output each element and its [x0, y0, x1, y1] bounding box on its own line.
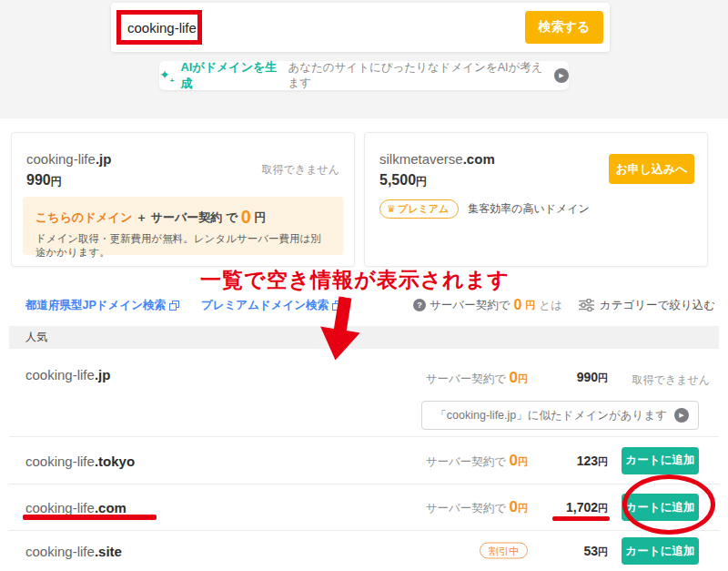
table-row-cooking-life-jp: cooking-life.jp サーバー契約で 0円 990円 取得できません … — [9, 349, 719, 437]
search-section: cooking-life 検索する ✦+ AIがドメインを生成 あなたのサイトに… — [0, 0, 728, 118]
secondary-toolbar: 都道府県型JPドメイン検索 プレミアムドメイン検索 ? サーバー契約で 0円 と… — [0, 297, 728, 313]
table-row-cooking-life-com: cooking-life.com サーバー契約で 0円 1,702円 カートに追… — [9, 484, 719, 531]
add-to-cart-button[interactable]: カートに追加 — [622, 447, 699, 474]
help-icon: ? — [413, 299, 426, 311]
domain-search-bar: cooking-life 検索する — [111, 3, 610, 52]
result-cards: cooking-life.jp 990円 取得できません こちらのドメイン ＋ … — [0, 118, 728, 267]
promo-note: ドメイン取得・更新費用が無料。レンタルサーバー費用は別途かかります。 — [35, 232, 330, 260]
card-silkmetaverse-com: silkmetaverse.com 5,500円 お申し込みへ ♛プレミアム 集… — [364, 132, 708, 267]
premium-row: ♛プレミアム 集客効率の高いドメイン — [379, 199, 590, 219]
ai-banner-title: AIがドメインを生成 — [180, 59, 281, 92]
external-link-icon — [169, 301, 179, 311]
row-server-contract-price: サーバー契約で 0円 — [426, 452, 528, 470]
server-promo-box: こちらのドメイン ＋ サーバー契約 で 0 円 ドメイン取得・更新費用が無料。レ… — [23, 197, 343, 255]
row-domain: cooking-life.tokyo — [25, 453, 135, 468]
row-price: 990円 — [577, 370, 608, 385]
search-input[interactable]: cooking-life — [127, 20, 197, 36]
page: cooking-life 検索する ✦+ AIがドメインを生成 あなたのサイトに… — [0, 0, 728, 571]
row-price: 123円 — [577, 453, 608, 468]
promo-headline: こちらのドメイン ＋ サーバー契約 で 0 円 — [35, 207, 330, 228]
row-domain: cooking-life.site — [25, 544, 122, 559]
sparkle-icon: ✦+ — [159, 67, 174, 85]
row-server-contract-price: サーバー契約で 0円 — [426, 498, 528, 516]
external-link-icon — [332, 301, 342, 311]
row-domain: cooking-life.com — [25, 500, 126, 515]
annotation-callout-text: 一覧で空き情報が表示されます — [159, 266, 551, 294]
crown-icon: ♛ — [387, 203, 396, 215]
row-availability-status: 取得できません — [632, 372, 710, 388]
similar-domains-button[interactable]: 「cooking-life.jp」に似たドメインがあります ▶ — [421, 401, 699, 430]
table-row-cooking-life-site: cooking-life.site 割引中 53円 カートに追加 — [9, 531, 719, 571]
row-server-contract-price: サーバー契約で 0円 — [426, 369, 528, 387]
row-price: 53円 — [583, 544, 608, 559]
list-section-header: 人気 — [9, 326, 719, 349]
apply-button[interactable]: お申し込みへ — [609, 154, 694, 184]
add-to-cart-button[interactable]: カートに追加 — [622, 494, 699, 521]
popular-label: 人気 — [25, 330, 47, 345]
category-filter-button[interactable]: カテゴリーで絞り込む — [579, 298, 715, 313]
premium-badge: ♛プレミアム — [379, 199, 459, 219]
card-availability-status: 取得できません — [262, 162, 339, 178]
row-price: 1,702円 — [566, 500, 608, 515]
annotation-box-search-term: cooking-life — [116, 10, 202, 45]
row-domain: cooking-life.jp — [25, 367, 110, 382]
play-icon: ▶ — [674, 408, 689, 423]
filter-sliders-icon — [579, 299, 594, 311]
premium-description: 集客効率の高いドメイン — [468, 201, 590, 217]
jp-domain-search-link[interactable]: 都道府県型JPドメイン検索 — [25, 298, 179, 313]
table-row-cooking-life-tokyo: cooking-life.tokyo サーバー契約で 0円 123円 カートに追… — [9, 437, 719, 484]
add-to-cart-button[interactable]: カートに追加 — [622, 537, 699, 565]
server-contract-help-link[interactable]: ? サーバー契約で 0円 とは — [413, 297, 562, 313]
ai-banner-subtitle: あなたのサイトにぴったりなドメインをAIが考えます — [288, 60, 548, 91]
premium-domain-search-link[interactable]: プレミアムドメイン検索 — [201, 298, 342, 313]
play-icon: ▶ — [554, 68, 569, 83]
search-button[interactable]: 検索する — [525, 11, 603, 44]
domain-result-list: cooking-life.jp サーバー契約で 0円 990円 取得できません … — [9, 349, 719, 571]
ai-domain-generate-banner[interactable]: ✦+ AIがドメインを生成 あなたのサイトにぴったりなドメインをAIが考えます … — [159, 61, 569, 90]
card-cooking-life-jp: cooking-life.jp 990円 取得できません こちらのドメイン ＋ … — [11, 132, 355, 267]
row-discount-badge: 割引中 — [480, 545, 528, 558]
toolbar-right: ? サーバー契約で 0円 とは カテゴリーで絞り込む — [413, 297, 715, 313]
